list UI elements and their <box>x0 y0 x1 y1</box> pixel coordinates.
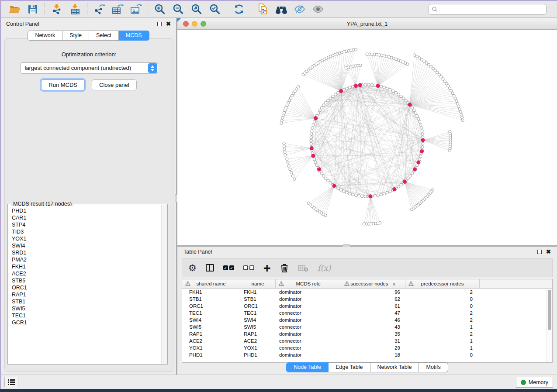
table-row[interactable]: ACE2ACE2connector311 <box>182 337 552 344</box>
table-cell[interactable]: 47 <box>341 309 405 316</box>
table-cell[interactable]: PHD1 <box>240 351 276 358</box>
table-cell[interactable] <box>480 309 552 316</box>
refresh-view-button[interactable] <box>230 2 248 16</box>
list-item[interactable]: PMA2 <box>8 256 161 263</box>
deselect-all-columns-button[interactable] <box>243 261 254 275</box>
export-table-button[interactable] <box>108 2 127 16</box>
float-panel-icon[interactable] <box>157 22 162 26</box>
column-header-successor-nodes[interactable]: successor nodes ∨ <box>341 279 405 288</box>
table-cell[interactable]: SWI5 <box>182 323 240 330</box>
table-row[interactable]: RAP1RAP1dominator352 <box>182 330 552 337</box>
table-cell[interactable]: connector <box>276 323 341 330</box>
table-cell[interactable] <box>480 344 552 351</box>
table-cell[interactable]: YOX1 <box>182 344 240 351</box>
show-columns-button[interactable] <box>206 261 214 275</box>
table-cell[interactable]: YOX1 <box>240 344 276 351</box>
table-cell[interactable]: ORC1 <box>182 303 240 309</box>
table-cell[interactable]: dominator <box>276 289 341 296</box>
table-cell[interactable] <box>480 303 552 309</box>
table-cell[interactable]: connector <box>276 344 341 351</box>
list-item[interactable]: ACE2 <box>8 270 161 277</box>
table-cell[interactable]: FKH1 <box>182 289 240 296</box>
list-item[interactable]: TEC1 <box>8 312 161 319</box>
table-row[interactable]: STB1STB1dominator620 <box>182 296 552 303</box>
table-row[interactable]: SWI4SWI4dominator462 <box>182 316 552 323</box>
table-cell[interactable]: dominator <box>276 316 341 323</box>
table-cell[interactable]: 35 <box>341 330 405 337</box>
table-cell[interactable]: 2 <box>405 316 480 323</box>
list-item[interactable]: STB5 <box>8 277 161 284</box>
table-row[interactable]: PHD1PHD1dominator180 <box>182 351 552 358</box>
table-cell[interactable]: TEC1 <box>182 309 240 316</box>
table-cell[interactable]: 43 <box>341 323 405 330</box>
table-cell[interactable] <box>480 323 552 330</box>
list-item[interactable]: STB1 <box>8 298 161 305</box>
list-item[interactable]: STP4 <box>8 221 161 228</box>
table-cell[interactable]: dominator <box>276 330 341 337</box>
list-item[interactable]: CAR1 <box>8 214 161 221</box>
search-input[interactable] <box>440 6 543 12</box>
table-cell[interactable] <box>480 289 552 296</box>
table-cell[interactable]: 1 <box>405 337 480 344</box>
table-row[interactable]: SWI5SWI5connector431 <box>182 323 552 330</box>
column-header-mcds-role[interactable]: MCDS role <box>276 279 341 288</box>
table-cell[interactable] <box>480 316 552 323</box>
network-window-titlebar[interactable]: YPA_prune.txt_1 <box>177 18 557 30</box>
list-item[interactable]: SWI5 <box>8 305 161 312</box>
open-file-button[interactable] <box>5 2 24 16</box>
table-cell[interactable]: 1 <box>405 344 480 351</box>
table-cell[interactable]: 96 <box>341 289 405 296</box>
table-cell[interactable]: STB1 <box>182 296 240 303</box>
tab-node-table[interactable]: Node Table <box>286 362 329 372</box>
table-cell[interactable]: connector <box>276 337 341 344</box>
table-cell[interactable]: ACE2 <box>240 337 276 344</box>
float-panel-icon[interactable] <box>537 250 542 254</box>
list-item[interactable]: RAP1 <box>8 291 161 298</box>
search-box[interactable] <box>429 4 547 15</box>
mcds-result-list[interactable]: PHD1CAR1STP4TID3YOX1SWI4SRD1PMA2FKH1ACE2… <box>8 206 161 364</box>
table-cell[interactable]: 2 <box>405 309 480 316</box>
table-row[interactable]: YOX1YOX1connector291 <box>182 344 552 351</box>
list-item[interactable]: FKH1 <box>8 263 161 270</box>
run-mcds-button[interactable]: Run MCDS <box>41 79 85 90</box>
table-cell[interactable]: 18 <box>341 351 405 358</box>
save-session-button[interactable] <box>24 2 42 16</box>
table-cell[interactable]: ACE2 <box>182 337 240 344</box>
export-image-button[interactable] <box>127 2 145 16</box>
table-cell[interactable] <box>480 351 552 358</box>
table-cell[interactable]: TEC1 <box>240 309 276 316</box>
network-canvas[interactable] <box>177 30 557 245</box>
zoom-out-button[interactable] <box>169 2 187 16</box>
table-cell[interactable]: PHD1 <box>182 351 240 358</box>
tab-style[interactable]: Style <box>62 31 89 41</box>
clone-network-button[interactable] <box>254 2 272 16</box>
zoom-in-button[interactable] <box>151 2 169 16</box>
show-panels-menu-button[interactable] <box>4 377 18 387</box>
list-item[interactable]: PHD1 <box>8 207 161 214</box>
list-item[interactable]: GCR1 <box>8 319 161 326</box>
table-cell[interactable]: FKH1 <box>240 289 276 296</box>
tab-motifs[interactable]: Motifs <box>419 362 448 372</box>
tab-network[interactable]: Network <box>28 31 62 41</box>
table-cell[interactable]: 61 <box>341 303 405 309</box>
close-panel-button[interactable]: Close panel <box>92 79 137 90</box>
table-cell[interactable]: dominator <box>276 351 341 358</box>
tab-edge-table[interactable]: Edge Table <box>329 362 370 372</box>
table-cell[interactable]: 0 <box>405 296 480 303</box>
zoom-selected-button[interactable] <box>206 2 224 16</box>
export-network-button[interactable] <box>90 2 108 16</box>
table-cell[interactable]: SWI5 <box>240 323 276 330</box>
zoom-fit-button[interactable] <box>187 2 206 16</box>
table-cell[interactable]: 0 <box>405 351 480 358</box>
tab-network-table[interactable]: Network Table <box>370 362 419 372</box>
table-cell[interactable]: 62 <box>341 296 405 303</box>
import-network-button[interactable] <box>48 2 66 16</box>
select-all-columns-button[interactable]: ✓✓ <box>223 261 234 275</box>
table-cell[interactable] <box>480 296 552 303</box>
table-cell[interactable]: dominator <box>276 303 341 309</box>
first-neighbors-button[interactable] <box>272 2 291 16</box>
table-scrollbar-thumb[interactable] <box>548 290 551 330</box>
table-cell[interactable]: dominator <box>276 296 341 303</box>
table-cell[interactable]: 29 <box>341 344 405 351</box>
import-table-button[interactable] <box>66 2 84 16</box>
